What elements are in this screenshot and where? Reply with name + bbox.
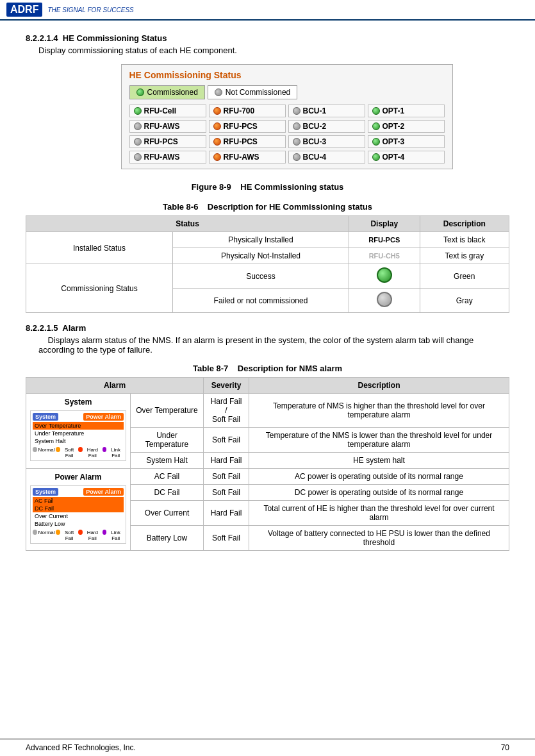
footer-page: 70 — [501, 743, 509, 752]
sub-under-temperature: Under Temperature — [131, 428, 204, 453]
company-logo: ADRF THE SIGNAL FOR SUCCESS — [6, 3, 134, 17]
thumb-row-under-temp: Under Temperature — [33, 430, 124, 437]
display-green-circle — [349, 264, 420, 289]
power-tab-power-alarm: Power Alarm — [83, 488, 124, 496]
sub-battery-low: Battery Low — [131, 526, 204, 551]
he-item-opt-3: OPT-3 — [368, 135, 445, 148]
thumb-row-battery-low: Battery Low — [33, 520, 124, 528]
not-commissioned-dot — [215, 88, 222, 96]
desc-green: Green — [420, 264, 509, 289]
figure-caption: Figure 8-9 HE Commissioning status — [26, 182, 509, 192]
severity-over-temp: Hard Fail /Soft Fail — [204, 394, 249, 428]
col-display: Display — [349, 216, 420, 232]
legend-linkfail — [103, 447, 107, 452]
he-item-bcu-2: BCU-2 — [288, 120, 365, 133]
severity-over-current: Hard Fail — [204, 501, 249, 526]
gray-circle-indicator — [377, 292, 392, 307]
thumb-row-over-current: Over Current — [33, 512, 124, 520]
logo-acronym: ADRF — [6, 3, 42, 17]
he-item-bcu-1: BCU-1 — [288, 105, 365, 117]
legend-hardfail — [78, 447, 83, 452]
table86-title: Table 8-6 Description for HE Commissioni… — [26, 202, 509, 212]
he-item-rfu-aws-2: RFU-AWS — [129, 151, 206, 164]
power-legend-softfail — [56, 530, 60, 535]
he-item-rfu-cell: RFU-Cell — [129, 105, 206, 117]
desc-over-temp: Temperature of NMS is higher than the th… — [249, 394, 509, 428]
he-status-legend: Commissioned Not Commissioned — [129, 85, 445, 99]
power-legend-normal — [33, 530, 37, 535]
he-item-rfu-pcs-2: RFU-PCS — [129, 135, 206, 148]
section-description: Display commissioning status of each HE … — [38, 46, 509, 55]
table-row: System System Power Alarm Over Temperatu… — [26, 394, 509, 428]
sub-dc-fail: DC Fail — [131, 485, 204, 501]
table-row: Commissioning Status Success Green — [26, 264, 509, 289]
main-content: 8.2.2.1.4 HE Commissioning Status Displa… — [0, 21, 535, 574]
he-item-rfu-aws-1: RFU-AWS — [129, 120, 206, 133]
he-item-rfu-pcs-1: RFU-PCS — [209, 120, 286, 133]
col-alarm-description: Description — [249, 378, 509, 394]
thumb-row-dc-fail: DC Fail — [33, 505, 124, 512]
he-item-rfu-pcs-3: RFU-PCS — [209, 135, 286, 148]
he-item-opt-4: OPT-4 — [368, 151, 445, 164]
system-alarm-thumb: System Power Alarm Over Temperature Unde… — [30, 410, 126, 461]
legend-normal — [33, 447, 37, 452]
severity-under-temp: Soft Fail — [204, 428, 249, 453]
he-item-bcu-3: BCU-3 — [288, 135, 365, 148]
severity-ac-fail: Soft Fail — [204, 469, 249, 485]
table87-title: Table 8-7 Description for NMS alarm — [26, 364, 509, 373]
not-commissioned-label: Not Commissioned — [226, 88, 290, 97]
power-thumb-legend: Normal Soft Fail Hard Fail Link Fail — [33, 530, 124, 541]
alarm-section-description: Displays alarm status of the NMS. If an … — [38, 335, 509, 355]
group-power-alarm: Power Alarm System Power Alarm AC Fail D… — [26, 469, 131, 551]
col-status: Status — [26, 216, 349, 232]
he-item-rfu-700: RFU-700 — [209, 105, 286, 117]
desc-dc-fail: DC power is operating outside of its nor… — [249, 485, 509, 501]
tab-system: System — [33, 413, 58, 421]
display-gray-circle — [349, 289, 420, 313]
he-item-opt-1: OPT-1 — [368, 105, 445, 117]
col-severity: Severity — [204, 378, 249, 394]
severity-dc-fail: Soft Fail — [204, 485, 249, 501]
table-86: Status Display Description Installed Sta… — [26, 215, 509, 313]
sub-physically-not-installed: Physically Not-Installed — [173, 248, 349, 264]
page-footer: Advanced RF Technologies, Inc. 70 — [0, 739, 535, 756]
he-item-rfu-aws-3: RFU-AWS — [209, 151, 286, 164]
he-item-grid: RFU-Cell RFU-700 BCU-1 OPT-1 RFU-AWS RFU… — [129, 105, 445, 164]
power-thumb-title-row: System Power Alarm — [33, 488, 124, 496]
col-alarm: Alarm — [26, 378, 204, 394]
green-circle-indicator — [377, 267, 392, 283]
display-rfu-pcs-black: RFU-PCS — [349, 232, 420, 248]
desc-gray: Gray — [420, 289, 509, 313]
footer-company: Advanced RF Technologies, Inc. — [26, 743, 136, 752]
desc-over-current: Total current of HE is higher than the t… — [249, 501, 509, 526]
sub-over-current: Over Current — [131, 501, 204, 526]
he-item-opt-2: OPT-2 — [368, 120, 445, 133]
logo-tagline: THE SIGNAL FOR SUCCESS — [47, 6, 133, 13]
desc-ac-fail: AC power is operating outside of its nor… — [249, 469, 509, 485]
desc-text-gray: Text is gray — [420, 248, 509, 264]
sub-success: Success — [173, 264, 349, 289]
legend-commissioned: Commissioned — [129, 85, 205, 99]
severity-system-halt: Hard Fail — [204, 453, 249, 469]
thumb-title-row: System Power Alarm — [33, 413, 124, 421]
tab-power-alarm: Power Alarm — [83, 413, 124, 421]
section-number: 8.2.2.1.4 HE Commissioning Status — [26, 33, 509, 43]
power-legend-linkfail — [103, 530, 107, 535]
he-commissioning-status-box: HE Commissioning Status Commissioned Not… — [121, 64, 453, 169]
alarm-section-number: 8.2.2.1.5 Alarm — [26, 323, 509, 333]
table-row: Power Alarm System Power Alarm AC Fail D… — [26, 469, 509, 485]
group-installed-status: Installed Status — [26, 232, 173, 264]
legend-not-commissioned: Not Commissioned — [208, 85, 297, 99]
sub-ac-fail: AC Fail — [131, 469, 204, 485]
sub-over-temperature: Over Temperature — [131, 394, 204, 428]
legend-softfail — [56, 447, 60, 452]
group-system: System System Power Alarm Over Temperatu… — [26, 394, 131, 469]
col-description: Description — [420, 216, 509, 232]
thumb-legend: Normal Soft Fail Hard Fail Link Fail — [33, 447, 124, 458]
sub-physically-installed: Physically Installed — [173, 232, 349, 248]
power-alarm-thumb: System Power Alarm AC Fail DC Fail Over … — [30, 485, 126, 544]
sub-system-halt: System Halt — [131, 453, 204, 469]
table-row: Installed Status Physically Installed RF… — [26, 232, 509, 248]
display-rfu-ch5-gray: RFU-CH5 — [349, 248, 420, 264]
desc-system-halt: HE system halt — [249, 453, 509, 469]
